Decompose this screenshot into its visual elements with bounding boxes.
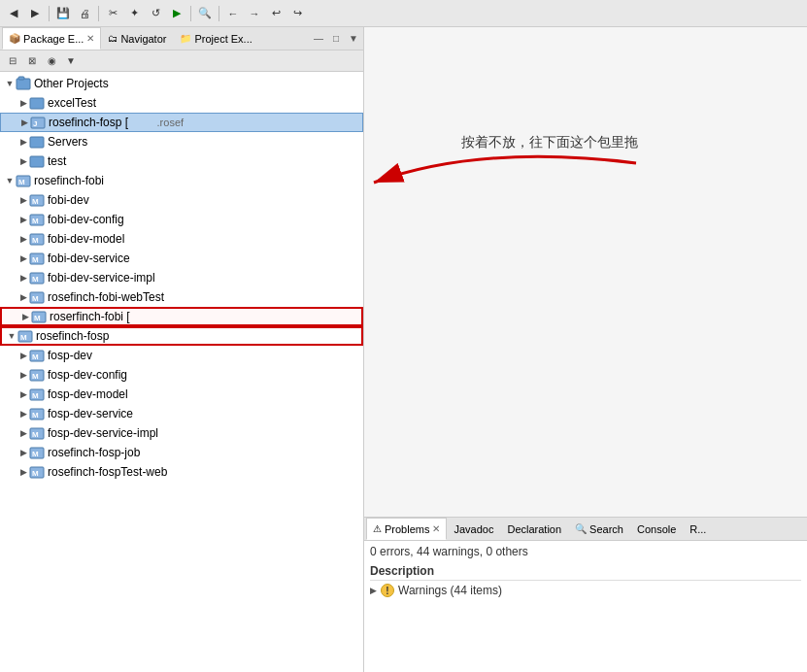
toolbar-btn-print[interactable]: 🖨 (75, 4, 94, 23)
arrow-fosp-dev-service: ▶ (17, 408, 29, 420)
icon-exceltest (29, 95, 45, 111)
tree-item-fobi-dev-service[interactable]: ▶ M fobi-dev-service (0, 249, 363, 268)
tree-item-fosp-dev[interactable]: ▶ M fosp-dev (0, 346, 363, 365)
tab-package-explorer-close[interactable]: ✕ (86, 33, 94, 44)
toolbar-btn-nav-fwd[interactable]: → (245, 4, 264, 23)
left-tab-bar: 📦 Package E... ✕ 🗂 Navigator 📁 Project E… (0, 27, 363, 50)
tree-item-fosp-dev-service[interactable]: ▶ M fosp-dev-service (0, 404, 363, 423)
explorer-dropdown-btn[interactable]: ▼ (62, 52, 80, 70)
tree-item-test[interactable]: ▶ test (0, 151, 363, 171)
tree-item-rosefinch-fobi-target[interactable]: ▶ M roserfinch-fobi [ (0, 307, 363, 326)
toolbar-sep-3 (190, 6, 191, 21)
tree-item-other-projects[interactable]: ▼ Other Projects (0, 74, 363, 93)
arrow-exceltest: ▶ (17, 97, 29, 109)
tree-item-rosefinch-fosptest-web[interactable]: ▶ M rosefinch-fospTest-web (0, 462, 363, 482)
label-fosp-dev-service: fosp-dev-service (48, 407, 133, 420)
tree-item-fosp-dev-model[interactable]: ▶ M fosp-dev-model (0, 385, 363, 404)
toolbar-btn-nav-back[interactable]: ← (223, 4, 243, 23)
tab-javadoc-label: Javadoc (454, 523, 493, 535)
view-menu-btn[interactable]: ◉ (43, 52, 60, 70)
tab-maximize[interactable]: □ (328, 31, 344, 47)
tree-item-rosefinch-fobi[interactable]: ▼ M rosefinch-fobi (0, 171, 363, 190)
tab-search[interactable]: 🔍 Search (568, 518, 630, 540)
icon-rosefinch-fosp-drag: J (30, 115, 46, 130)
tree-item-fobi-dev-config[interactable]: ▶ M fobi-dev-config (0, 210, 363, 229)
tree-item-rosefinch-fosp-root[interactable]: ▼ M rosefinch-fosp (0, 326, 363, 346)
annotation-arrow (364, 85, 807, 280)
tree-item-rosefinch-fosp-drag[interactable]: ▶ J rosefinch-fosp [ .rosef (0, 113, 363, 132)
problems-row-warnings[interactable]: ▶ ! Warnings (44 items) (370, 581, 801, 600)
icon-rosefinch-fosp-job: M (29, 445, 45, 460)
tab-package-explorer[interactable]: 📦 Package E... ✕ (2, 27, 101, 50)
toolbar-btn-forward[interactable]: ▶ (25, 4, 45, 23)
tab-minimize[interactable]: — (311, 31, 326, 47)
svg-text:M: M (32, 430, 39, 439)
warnings-expand-arrow[interactable]: ▶ (370, 586, 377, 595)
tab-menu[interactable]: ▼ (346, 31, 361, 47)
tab-problems[interactable]: ⚠ Problems ✕ (366, 518, 447, 540)
toolbar-btn-nav-prev[interactable]: ↩ (266, 4, 286, 23)
toolbar-btn-run[interactable]: ▶ (167, 4, 186, 23)
icon-fosp-dev: M (29, 348, 45, 363)
tree-item-fosp-dev-config[interactable]: ▶ M fosp-dev-config (0, 365, 363, 385)
label-rosefinch-fobi-webtest: rosefinch-fobi-webTest (48, 290, 164, 304)
label-rosefinch-fobi: rosefinch-fobi (34, 174, 104, 187)
toolbar-btn-save[interactable]: 💾 (53, 4, 73, 23)
left-panel: 📦 Package E... ✕ 🗂 Navigator 📁 Project E… (0, 27, 364, 672)
svg-text:M: M (32, 275, 39, 284)
icon-fobi-dev-service-impl: M (29, 270, 45, 286)
tab-r[interactable]: R... (683, 518, 713, 540)
project-explorer-icon: 📁 (180, 33, 191, 44)
label-fobi-dev-config: fobi-dev-config (48, 213, 124, 226)
arrow-fobi-dev: ▶ (17, 194, 29, 206)
link-editor-btn[interactable]: ⊠ (23, 52, 41, 70)
svg-rect-1 (18, 77, 24, 80)
tab-navigator[interactable]: 🗂 Navigator (101, 27, 173, 50)
tree-item-rosefinch-fobi-webtest[interactable]: ▶ M rosefinch-fobi-webTest (0, 287, 363, 307)
label-fobi-dev-service: fobi-dev-service (48, 252, 130, 265)
label-fosp-dev-model: fosp-dev-model (48, 387, 128, 401)
toolbar-btn-refresh[interactable]: ↺ (146, 4, 165, 23)
svg-text:M: M (32, 294, 39, 303)
warnings-label: Warnings (44 items) (398, 584, 502, 597)
package-explorer-icon: 📦 (9, 33, 20, 44)
tab-problems-close[interactable]: ✕ (432, 523, 440, 534)
arrow-fobi-dev-config: ▶ (17, 214, 29, 225)
tab-javadoc[interactable]: Javadoc (447, 518, 500, 540)
tree-item-servers[interactable]: ▶ Servers (0, 132, 363, 151)
arrow-servers: ▶ (17, 136, 29, 148)
toolbar-sep-4 (219, 6, 219, 21)
tab-search-label: Search (589, 523, 623, 535)
tab-project-explorer[interactable]: 📁 Project Ex... (173, 27, 258, 50)
svg-text:M: M (32, 197, 39, 206)
toolbar-btn-cut[interactable]: ✂ (103, 4, 122, 23)
tree-item-fobi-dev-service-impl[interactable]: ▶ M fobi-dev-service-impl (0, 268, 363, 287)
collapse-all-btn[interactable]: ⊟ (4, 52, 21, 70)
tab-declaration-label: Declaration (507, 523, 561, 535)
icon-servers (29, 134, 45, 150)
tree-item-fobi-dev[interactable]: ▶ M fobi-dev (0, 190, 363, 210)
bottom-tab-bar: ⚠ Problems ✕ Javadoc Declaration 🔍 Searc… (364, 518, 807, 541)
toolbar-btn-back[interactable]: ◀ (4, 4, 23, 23)
tree-item-exceltest[interactable]: ▶ excelTest (0, 93, 363, 113)
arrow-fosp-dev: ▶ (17, 350, 29, 361)
svg-text:M: M (32, 217, 39, 225)
tab-problems-label: Problems (385, 523, 429, 535)
tab-declaration[interactable]: Declaration (500, 518, 568, 540)
arrow-fobi-dev-service-impl: ▶ (17, 272, 29, 284)
icon-fosp-dev-model: M (29, 386, 45, 402)
toolbar-sep-2 (98, 6, 99, 21)
tree-item-fosp-dev-service-impl[interactable]: ▶ M fosp-dev-service-impl (0, 423, 363, 443)
svg-rect-6 (30, 156, 44, 167)
toolbar-btn-star[interactable]: ✦ (124, 4, 144, 23)
icon-fobi-dev: M (29, 192, 45, 208)
tree-item-fobi-dev-model[interactable]: ▶ M fobi-dev-model (0, 229, 363, 249)
tree-item-rosefinch-fosp-job[interactable]: ▶ M rosefinch-fosp-job (0, 443, 363, 462)
arrow-other-projects: ▼ (4, 78, 16, 89)
label-exceltest: excelTest (48, 96, 96, 110)
tree-area[interactable]: ▼ Other Projects ▶ excelTest ▶ J (0, 72, 363, 672)
tab-console[interactable]: Console (630, 518, 683, 540)
toolbar-btn-search[interactable]: 🔍 (195, 4, 215, 23)
label-fosp-dev-service-impl: fosp-dev-service-impl (48, 426, 158, 440)
toolbar-btn-nav-next[interactable]: ↪ (287, 4, 307, 23)
